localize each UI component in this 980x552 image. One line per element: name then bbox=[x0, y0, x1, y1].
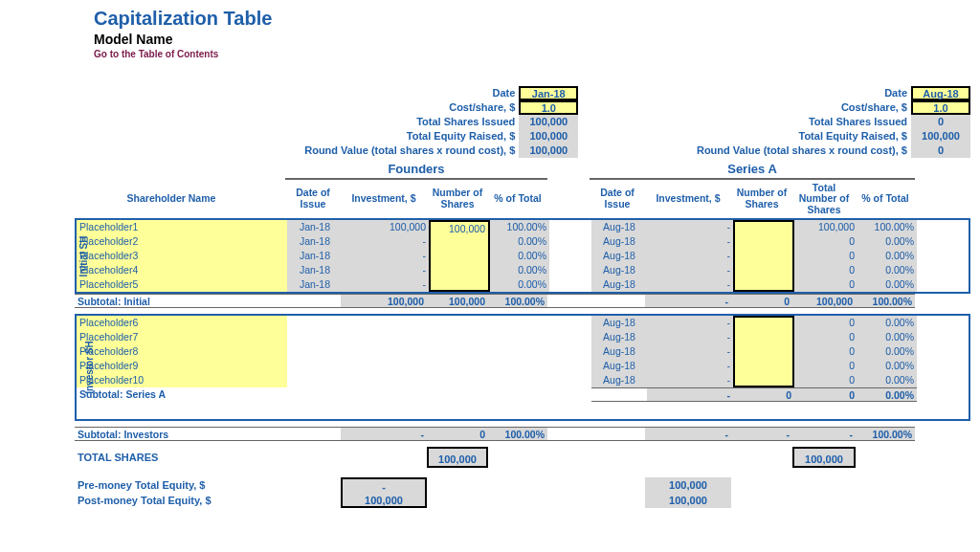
shares-input[interactable] bbox=[733, 277, 794, 292]
cell-total-shares: 0 bbox=[794, 277, 858, 292]
col-pct-a: % of Total bbox=[856, 180, 915, 218]
cell-total-shares: 0 bbox=[794, 263, 858, 277]
cell-investment: - bbox=[343, 263, 429, 277]
cell-pct: 0.00% bbox=[858, 330, 917, 344]
shares-input[interactable] bbox=[429, 277, 490, 292]
col-tot-a: Total Number of Shares bbox=[792, 180, 856, 218]
founders-summary: DateJan-18 Cost/share, $1.0 Total Shares… bbox=[285, 86, 578, 158]
founders-total-shares: 100,000 bbox=[427, 447, 488, 468]
shareholder-name-input[interactable]: Placeholder10 bbox=[77, 373, 287, 387]
cell-date: Aug-18 bbox=[591, 373, 647, 387]
col-inv-f: Investment, $ bbox=[341, 180, 427, 218]
seriesa-total-shares: 100,000 bbox=[792, 447, 856, 468]
post-money-label: Post-money Total Equity, $ bbox=[75, 493, 285, 508]
cell-date: Jan-18 bbox=[287, 220, 343, 234]
founders-equity: 100,000 bbox=[519, 129, 578, 144]
cell-investment: - bbox=[647, 330, 733, 344]
cell-date: Aug-18 bbox=[591, 234, 647, 249]
shares-input[interactable] bbox=[733, 263, 794, 277]
cell-date: Aug-18 bbox=[591, 220, 647, 234]
shareholder-name-input[interactable]: Placeholder2 bbox=[77, 234, 287, 249]
shareholder-name-input[interactable]: Placeholder6 bbox=[77, 316, 287, 330]
subtotal-investors-label: Subtotal: Investors bbox=[75, 427, 285, 441]
col-pct-f: % of Total bbox=[488, 180, 547, 218]
subtotal-seriesa-label: Subtotal: Series A bbox=[77, 387, 287, 402]
cell-total-shares: 0 bbox=[794, 330, 858, 344]
cell-investment: - bbox=[647, 263, 733, 277]
cell-total-shares: 0 bbox=[794, 344, 858, 359]
founders-cost-input[interactable]: 1.0 bbox=[519, 100, 578, 115]
subtotal-investors: Subtotal: Investors - 0 100.00% - - - 10… bbox=[75, 427, 970, 441]
shareholder-name-input[interactable]: Placeholder3 bbox=[77, 249, 287, 263]
table-row: Placeholder9Aug-18-00.00% bbox=[77, 359, 969, 373]
shares-input[interactable] bbox=[733, 220, 794, 234]
shareholder-name-input[interactable]: Placeholder5 bbox=[77, 277, 287, 292]
cell-pct: 0.00% bbox=[858, 277, 917, 292]
seriesa-cost-input[interactable]: 1.0 bbox=[911, 100, 970, 115]
cell-total-shares: 0 bbox=[794, 249, 858, 263]
shareholder-name-input[interactable]: Placeholder7 bbox=[77, 330, 287, 344]
shares-input[interactable] bbox=[733, 344, 794, 359]
table-row: Placeholder5Jan-18-0.00%Aug-18-00.00% bbox=[77, 277, 969, 292]
shares-input[interactable] bbox=[733, 330, 794, 344]
col-shareholder: Shareholder Name bbox=[57, 180, 285, 218]
shareholder-name-input[interactable]: Placeholder4 bbox=[77, 263, 287, 277]
col-num-a: Number of Shares bbox=[731, 180, 792, 218]
shares-input[interactable] bbox=[429, 234, 490, 249]
col-inv-a: Investment, $ bbox=[645, 180, 731, 218]
cell-date: Aug-18 bbox=[591, 330, 647, 344]
cell-pct: 0.00% bbox=[490, 234, 549, 249]
cell-pct: 0.00% bbox=[490, 277, 549, 292]
subtotal-initial-label: Subtotal: Initial bbox=[75, 294, 285, 308]
shares-input[interactable] bbox=[733, 359, 794, 373]
shares-input[interactable] bbox=[733, 234, 794, 249]
table-row: Placeholder7Aug-18-00.00% bbox=[77, 330, 969, 344]
founders-roundvalue: 100,000 bbox=[519, 144, 578, 158]
cell-investment: - bbox=[647, 277, 733, 292]
cell-investment: - bbox=[343, 234, 429, 249]
cell-pct: 0.00% bbox=[858, 359, 917, 373]
cell-pct: 100.00% bbox=[858, 220, 917, 234]
founders-heading: Founders bbox=[285, 162, 547, 180]
seriesa-shares: 0 bbox=[911, 115, 970, 129]
cell-investment: - bbox=[647, 344, 733, 359]
cell-investment: - bbox=[343, 249, 429, 263]
seriesa-date-input[interactable]: Aug-18 bbox=[911, 86, 970, 100]
table-row: Placeholder1Jan-18100,000100,000100.00%A… bbox=[77, 220, 969, 234]
total-shares-label: TOTAL SHARES bbox=[75, 447, 285, 468]
cell-date: Aug-18 bbox=[591, 249, 647, 263]
col-date-f: Date of Issue bbox=[285, 180, 341, 218]
table-row: Placeholder6Aug-18-00.00% bbox=[77, 316, 969, 330]
toc-link[interactable]: Go to the Table of Contents bbox=[94, 49, 970, 59]
shares-input[interactable] bbox=[733, 316, 794, 330]
label-cost: Cost/share, $ bbox=[285, 100, 519, 115]
cell-investment: - bbox=[647, 220, 733, 234]
shares-input[interactable] bbox=[429, 249, 490, 263]
cell-date: Jan-18 bbox=[287, 263, 343, 277]
shareholder-name-input[interactable]: Placeholder9 bbox=[77, 359, 287, 373]
cell-pct: 100.00% bbox=[490, 220, 549, 234]
cell-investment: - bbox=[647, 249, 733, 263]
cell-pct: 0.00% bbox=[858, 249, 917, 263]
seriesa-equity: 100,000 bbox=[911, 129, 970, 144]
cell-investment: - bbox=[647, 359, 733, 373]
model-name: Model Name bbox=[94, 32, 970, 47]
label-equity-a: Total Equity Raised, $ bbox=[620, 129, 911, 144]
cell-pct: 0.00% bbox=[858, 344, 917, 359]
cell-investment: - bbox=[647, 373, 733, 387]
cell-date: Aug-18 bbox=[591, 344, 647, 359]
shares-input[interactable] bbox=[733, 373, 794, 387]
label-date-a: Date bbox=[620, 86, 911, 100]
founders-date-input[interactable]: Jan-18 bbox=[519, 86, 578, 100]
investor-sh-section: Investor SH Placeholder6Aug-18-00.00%Pla… bbox=[75, 314, 970, 421]
shareholder-name-input[interactable]: Placeholder1 bbox=[77, 220, 287, 234]
investor-sh-label: Investor SH bbox=[84, 341, 95, 394]
cell-total-shares: 0 bbox=[794, 316, 858, 330]
cell-date: Aug-18 bbox=[591, 277, 647, 292]
shares-input[interactable] bbox=[429, 263, 490, 277]
shares-input[interactable]: 100,000 bbox=[429, 220, 490, 234]
shares-input[interactable] bbox=[733, 249, 794, 263]
founders-shares: 100,000 bbox=[519, 115, 578, 129]
shareholder-name-input[interactable]: Placeholder8 bbox=[77, 344, 287, 359]
label-equity: Total Equity Raised, $ bbox=[285, 129, 519, 144]
